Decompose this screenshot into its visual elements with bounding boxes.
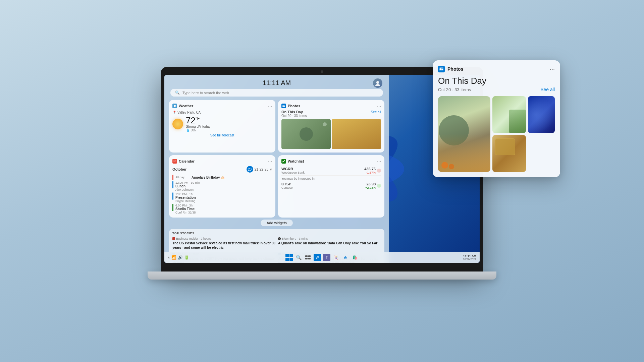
forecast-link[interactable]: See full forecast <box>172 133 272 137</box>
add-widgets-button[interactable]: Add widgets <box>261 220 293 226</box>
photos-see-all[interactable]: See all <box>371 110 381 114</box>
cal-day-23[interactable]: 23 <box>265 168 268 171</box>
watchlist-widget: Watchlist ··· WGRB Woodgrove Bank <box>278 155 384 218</box>
cal-event-studio: 6:00 PM · 3h Studio Time Conf Rm 32/35 <box>172 204 272 214</box>
weather-more-btn[interactable]: ··· <box>268 103 272 109</box>
stock-ctsp[interactable]: CTSP Contoso 23.98 +2.23% ↑ <box>281 181 381 190</box>
news-article-1[interactable]: Business Insider · 2 hours The US Postal… <box>172 237 275 250</box>
cal-expand-icon[interactable]: ∨ <box>270 168 272 171</box>
popup-date-items: Oct 20 · 33 items <box>438 87 471 92</box>
cal-day-today[interactable]: 20 <box>247 166 253 173</box>
svg-rect-16 <box>308 255 311 257</box>
svg-rect-18 <box>308 258 311 259</box>
popup-app-name: Photos <box>447 66 463 72</box>
popup-photo-main[interactable] <box>438 96 490 172</box>
calendar-more-btn[interactable]: ··· <box>268 159 272 164</box>
weather-sun-icon <box>172 119 183 129</box>
cal-day-21[interactable]: 21 <box>255 168 258 171</box>
interested-label: You may be interested in <box>281 177 381 180</box>
taskbar-chevron[interactable]: ∧ <box>168 256 170 259</box>
popup-photo-plant[interactable] <box>492 96 526 133</box>
photos-popup-card: Photos ··· On This Day Oct 20 · 33 items… <box>433 60 560 177</box>
battery-icon[interactable]: 🔋 <box>184 255 189 260</box>
start-button[interactable] <box>285 254 293 261</box>
photo-thumb-2[interactable] <box>332 119 381 149</box>
search-icon: 🔍 <box>175 90 180 95</box>
popup-on-this-day: On This Day <box>438 76 555 86</box>
news-article-2[interactable]: B Bloomberg · 3 mins A Quant's Take on I… <box>278 237 381 250</box>
game-icon[interactable]: 🃏 <box>332 254 340 261</box>
popup-more-btn[interactable]: ··· <box>550 66 555 72</box>
weather-icon <box>172 104 177 108</box>
cal-day-22[interactable]: 22 <box>260 168 263 171</box>
cal-event-lunch: 12:00 PM · 30 min Lunch Alex Johnson <box>172 181 272 191</box>
taskbar-search[interactable]: 🔍 <box>295 254 302 261</box>
photos-widget-title: Photos <box>288 104 300 108</box>
photos-widget-icon <box>281 104 286 108</box>
clock-display: 11:11 AM <box>263 79 291 87</box>
popup-see-all[interactable]: See all <box>540 87 555 92</box>
calendar-icon: 20 <box>172 159 177 164</box>
calendar-widget: 20 Calendar ··· October 20 21 22 <box>169 155 275 218</box>
widget-header: 11:11 AM <box>164 75 389 89</box>
weather-widget: Weather ··· 📍Valley Park, CA 72°F <box>169 100 275 153</box>
watchlist-title: Watchlist <box>288 159 304 163</box>
svg-rect-17 <box>305 258 308 259</box>
wifi-icon[interactable]: 📶 <box>171 255 176 260</box>
taskbar: ∧ 📶 🔊 🔋 <box>164 252 480 263</box>
camera-notch <box>321 70 323 73</box>
cal-event-presentation: 1:30 PM · 1h Presentation Skype Meeting <box>172 192 272 203</box>
search-placeholder: Type here to search the web <box>182 91 229 95</box>
widget-panel: 11:11 AM 🔍 Type here to search the web <box>164 75 389 263</box>
search-bar[interactable]: 🔍 Type here to search the web <box>170 89 383 97</box>
svg-point-12 <box>376 81 379 84</box>
laptop-screen: 11:11 AM 🔍 Type here to search the web <box>164 75 480 263</box>
weather-widget-title: Weather <box>179 104 193 108</box>
photos-more-btn[interactable]: ··· <box>377 103 381 109</box>
photos-widget: Photos ··· On This Day Oct 20 · 33 items… <box>278 100 384 153</box>
svg-point-13 <box>174 105 176 107</box>
top-stories-label: TOP STORIES <box>172 232 381 235</box>
cal-event-allday: All day Angela's Birthday 🎂 <box>172 175 272 180</box>
taskview-button[interactable] <box>304 254 312 261</box>
widgets-button[interactable]: W <box>314 254 321 261</box>
popup-photo-cushion[interactable] <box>492 135 526 172</box>
popup-photo-blue[interactable] <box>528 96 555 133</box>
calendar-widget-title: Calendar <box>179 159 195 163</box>
stock-wgrb[interactable]: WGRB Woodgrove Bank 435.75 -1.67% ↓ <box>281 166 381 176</box>
svg-rect-15 <box>305 255 308 257</box>
user-avatar[interactable] <box>373 78 382 88</box>
volume-icon[interactable]: 🔊 <box>178 255 183 260</box>
store-icon[interactable]: 🛍️ <box>351 254 359 261</box>
taskbar-clock[interactable]: 11:11 AM 10/20/2021 <box>463 254 476 261</box>
popup-photos-icon <box>438 66 445 72</box>
watchlist-more-btn[interactable]: ··· <box>377 159 381 164</box>
photo-thumb-1[interactable] <box>281 119 331 149</box>
teams-icon[interactable]: T <box>323 254 330 261</box>
edge-icon[interactable]: e <box>342 254 349 261</box>
watchlist-icon <box>281 159 286 164</box>
